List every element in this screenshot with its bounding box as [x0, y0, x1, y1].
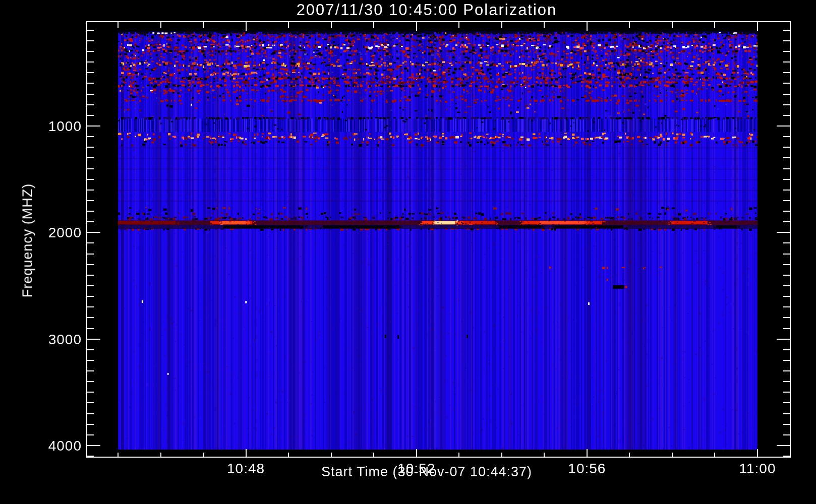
spectrogram-canvas: [0, 0, 816, 504]
x-tick-label: 10:52: [381, 461, 452, 477]
x-tick-label: 10:56: [552, 461, 622, 477]
x-tick-label: 11:00: [722, 461, 793, 477]
spectrogram-figure: 2007/11/30 10:45:00 Polarization Frequen…: [0, 0, 816, 504]
chart-title: 2007/11/30 10:45:00 Polarization: [86, 1, 767, 19]
y-tick-label: 2000: [29, 225, 82, 241]
y-tick-label: 4000: [29, 438, 82, 454]
y-tick-label: 1000: [29, 118, 82, 135]
x-tick-label: 10:48: [211, 461, 281, 477]
y-tick-label: 3000: [29, 332, 82, 348]
